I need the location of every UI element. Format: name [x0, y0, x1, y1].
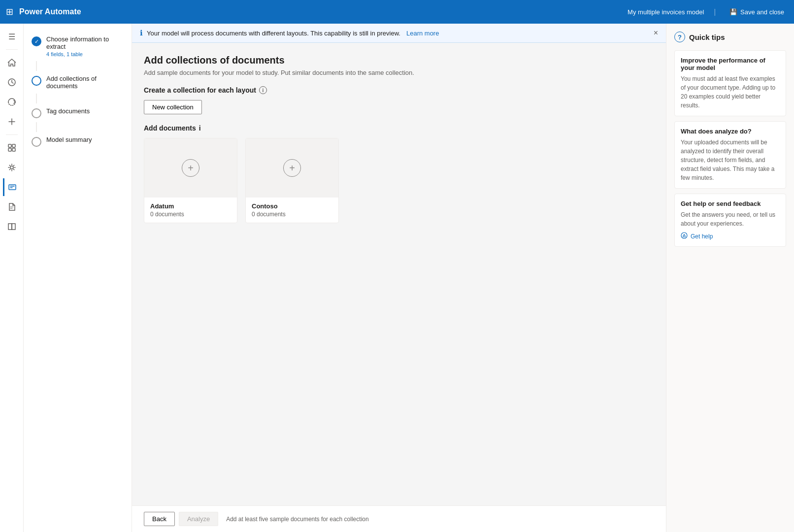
check-icon: ✓: [34, 38, 39, 45]
quick-tips-panel: ? Quick tips Improve the performance of …: [666, 24, 794, 532]
tip-card-0: Improve the performance of your model Yo…: [674, 50, 786, 116]
step-1-label: Choose information to extract: [46, 35, 124, 50]
tip-1-text: Your uploaded documents will be analyzed…: [681, 138, 780, 182]
tip-card-1: What does analyze do? Your uploaded docu…: [674, 121, 786, 189]
step-model-summary[interactable]: Model summary: [24, 132, 132, 151]
step-choose-info[interactable]: ✓ Choose information to extract 4 fields…: [24, 32, 132, 61]
step-2-label: Add collections of documents: [46, 75, 124, 90]
step-2-content: Add collections of documents: [46, 75, 124, 90]
svg-rect-6: [9, 185, 16, 190]
add-documents-header: Add documents i: [144, 124, 654, 132]
page-title: Add collections of documents: [144, 55, 654, 66]
grid-icon[interactable]: ⊞: [6, 6, 13, 17]
svg-rect-3: [8, 148, 11, 151]
add-icon-btn[interactable]: [3, 113, 21, 131]
collection-card-adatum[interactable]: + Adatum 0 documents: [144, 138, 237, 223]
tip-2-text: Get the answers you need, or tell us abo…: [681, 210, 780, 228]
ai-model-icon-btn[interactable]: [3, 159, 21, 176]
save-close-button[interactable]: 💾 Save and close: [726, 6, 788, 18]
svg-rect-4: [12, 148, 15, 151]
step-1-sublabel: 4 fields, 1 table: [46, 51, 124, 57]
save-icon: 💾: [729, 8, 737, 16]
step-1-content: Choose information to extract 4 fields, …: [46, 35, 124, 57]
banner-text: Your model will process documents with d…: [147, 30, 400, 37]
menu-icon-btn[interactable]: ☰: [3, 28, 21, 45]
step-4-content: Model summary: [46, 136, 92, 143]
main-layout: ☰: [0, 24, 794, 532]
tip-1-title: What does analyze do?: [681, 128, 780, 135]
banner-close-button[interactable]: ×: [654, 29, 658, 37]
quick-tips-header: ? Quick tips: [674, 32, 786, 42]
doc-icon-btn[interactable]: [3, 198, 21, 216]
tip-0-title: Improve the performance of your model: [681, 57, 780, 71]
step-add-collections[interactable]: Add collections of documents: [24, 71, 132, 94]
collections-row: + Adatum 0 documents + Contoso 0 documen…: [144, 138, 654, 223]
book-icon-btn[interactable]: [3, 218, 21, 235]
new-collection-button[interactable]: New collection: [144, 100, 202, 114]
step-connector-3: [36, 122, 37, 132]
step-1-circle: ✓: [32, 36, 41, 46]
add-documents-label: Add documents: [144, 124, 196, 132]
card-count-contoso: 0 documents: [252, 211, 332, 218]
main-content: ℹ Your model will process documents with…: [132, 24, 666, 532]
icon-sidebar: ☰: [0, 24, 24, 532]
create-collection-info-icon[interactable]: i: [259, 86, 267, 94]
card-count-adatum: 0 documents: [150, 211, 231, 218]
get-help-link[interactable]: Get help: [681, 232, 780, 240]
tip-2-title: Get help or send feedback: [681, 200, 780, 207]
step-4-circle: [32, 137, 41, 147]
learn-more-link[interactable]: Learn more: [406, 30, 439, 37]
bottom-bar: Back Analyze Add at least five sample do…: [132, 505, 666, 532]
activity-icon-btn[interactable]: [3, 73, 21, 91]
apps-icon-btn[interactable]: [3, 139, 21, 157]
question-icon: ?: [674, 32, 685, 42]
svg-rect-1: [8, 144, 11, 147]
get-help-label: Get help: [691, 233, 713, 240]
step-3-content: Tag documents: [46, 107, 90, 115]
step-tag-documents[interactable]: Tag documents: [24, 103, 132, 122]
step-2-circle: [32, 76, 41, 86]
add-document-adatum-icon: +: [182, 159, 199, 177]
process-icon-btn[interactable]: [3, 178, 21, 196]
step-4-label: Model summary: [46, 136, 92, 143]
page-subtitle: Add sample documents for your model to s…: [144, 69, 654, 76]
divider: |: [714, 8, 716, 16]
info-icon: ℹ: [140, 29, 143, 37]
create-collection-label: Create a collection for each layout: [144, 86, 256, 94]
topbar: ⊞ Power Automate My multiple invoices mo…: [0, 0, 794, 24]
analyze-button: Analyze: [179, 512, 218, 526]
back-button[interactable]: Back: [144, 512, 175, 526]
card-image-contoso: +: [246, 138, 338, 198]
create-collection-header: Create a collection for each layout i: [144, 86, 654, 94]
collection-card-contoso[interactable]: + Contoso 0 documents: [245, 138, 339, 223]
add-document-contoso-icon: +: [283, 159, 301, 177]
step-3-circle: [32, 108, 41, 118]
get-help-icon: [681, 232, 688, 240]
card-name-contoso: Contoso: [252, 202, 332, 210]
tip-0-text: You must add at least five examples of y…: [681, 74, 780, 110]
step-connector-1: [36, 61, 37, 71]
card-image-adatum: +: [144, 138, 237, 198]
analyze-hint: Add at least five sample documents for e…: [226, 516, 369, 523]
content-area: Add collections of documents Add sample …: [132, 43, 666, 505]
svg-rect-2: [12, 144, 15, 147]
card-name-adatum: Adatum: [150, 202, 231, 210]
card-info-adatum: Adatum 0 documents: [144, 198, 237, 223]
app-title: Power Automate: [19, 7, 622, 16]
svg-point-5: [10, 166, 13, 169]
model-name: My multiple invoices model: [628, 8, 704, 16]
home-icon-btn[interactable]: [3, 54, 21, 71]
info-banner: ℹ Your model will process documents with…: [132, 24, 666, 43]
svg-point-8: [684, 234, 685, 235]
step-sidebar: ✓ Choose information to extract 4 fields…: [24, 24, 132, 532]
step-connector-2: [36, 94, 37, 103]
flow-icon-btn[interactable]: [3, 93, 21, 111]
save-close-label: Save and close: [740, 8, 784, 16]
tip-card-2: Get help or send feedback Get the answer…: [674, 194, 786, 247]
add-documents-info-icon[interactable]: i: [199, 124, 201, 132]
quick-tips-title: Quick tips: [689, 33, 725, 41]
card-info-contoso: Contoso 0 documents: [246, 198, 338, 223]
step-3-label: Tag documents: [46, 107, 90, 115]
